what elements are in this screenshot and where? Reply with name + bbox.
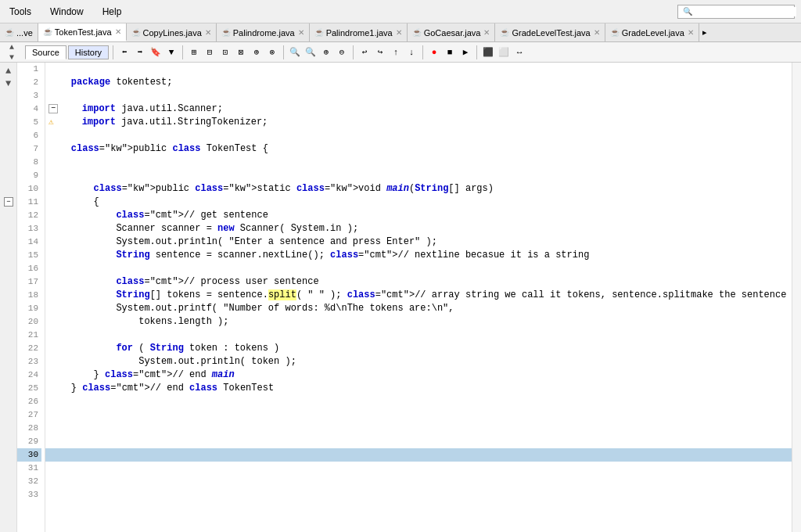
code-line-30 [45,448,792,462]
line-number-6: 6 [17,129,41,142]
toolbar-btn-step[interactable]: ▶ [458,45,472,59]
line-number-2: 2 [17,76,41,89]
toolbar-btn-nav2[interactable]: ↪ [373,45,387,59]
toolbar-btn-format3[interactable]: ↔ [512,45,526,59]
tab-close-icon[interactable]: ✕ [205,28,211,37]
tab-close-icon[interactable]: ✕ [483,28,490,37]
toolbar-btn-5[interactable]: ⊕ [250,45,264,59]
line-number-27: 27 [17,408,41,422]
tab-close-icon[interactable]: ✕ [298,28,304,37]
toolbar-btn-6[interactable]: ⊗ [265,45,279,59]
code-line-22: for ( String token : tokens ) [45,342,792,355]
line-number-31: 31 [17,462,41,475]
tab-close-icon[interactable]: ✕ [594,28,600,37]
line-number-3: 3 [17,89,41,102]
toolbar-btn-mag3[interactable]: ⊕ [319,45,333,59]
toolbar-btn-nav1[interactable]: ↩ [357,45,372,59]
tab-icon: ☕ [500,28,509,37]
source-toolbar: ▲ ▼ Source History ⬅ ➡ 🔖 ▼ ⊞ ⊟ ⊡ ⊠ ⊕ ⊗ 🔍… [0,42,801,63]
code-line-13: Scanner scanner = new Scanner( System.in… [45,222,792,235]
code-line-16 [45,262,792,275]
tab-bar: ☕ ...ve ☕ TokenTest.java ✕ ☕ CopyLines.j… [0,23,801,42]
tab-close-icon[interactable]: ✕ [688,28,694,37]
tab-gradeleveltest[interactable]: ☕ GradeLevelTest.java ✕ [495,23,605,41]
line-number-9: 9 [17,169,41,182]
toolbar-btn-4[interactable]: ⊠ [234,45,248,59]
line-number-10: 10 [17,182,41,196]
code-line-8 [45,156,792,169]
code-line-32 [45,475,792,488]
toolbar-btn-bookmark[interactable]: 🔖 [149,45,163,59]
code-line-21 [45,329,792,342]
toolbar-btn-format2[interactable]: ⬜ [497,45,511,59]
tab-palindrome1[interactable]: ☕ Palindrome1.java ✕ [310,23,408,41]
line-number-32: 32 [17,475,41,488]
toolbar-btn-mag1[interactable]: 🔍 [288,45,302,59]
line-number-4: 4 [17,102,41,116]
menu-window[interactable]: Window [47,5,87,19]
toolbar-btn-nav3[interactable]: ↑ [389,45,403,59]
tab-gradelevel[interactable]: ☕ GradeLevel.java ✕ [605,23,699,41]
line-number-13: 13 [17,222,41,235]
history-tab[interactable]: History [68,45,109,59]
tab-close-icon[interactable]: ✕ [115,27,121,36]
toolbar-btn-stop[interactable]: ■ [443,45,457,59]
line-number-21: 21 [17,329,41,342]
toolbar-btn-back[interactable]: ⬅ [117,45,131,59]
sidebar-up-arrow[interactable]: ▲ [5,66,11,77]
tab-overflow-btn[interactable]: ▸ [699,27,710,38]
code-area[interactable]: package tokentest;− import java.util.Sca… [45,63,792,532]
line-number-29: 29 [17,435,41,448]
tab-label: Palindrome.java [233,28,295,38]
line-number-30: 30 [17,448,41,462]
fold-icon-4[interactable]: − [48,104,58,113]
toolbar-btn-run[interactable]: ● [427,45,441,59]
line-number-33: 33 [17,488,41,501]
tab-tokentest[interactable]: ☕ TokenTest.java ✕ [38,23,127,41]
collapse-up-arrow[interactable]: ▲ [9,43,14,52]
tab-close-icon[interactable]: ✕ [396,28,402,37]
toolbar-btn-mag2[interactable]: 🔍 [304,45,318,59]
tab-copylines[interactable]: ☕ CopyLines.java ✕ [127,23,217,41]
sidebar-down-arrow[interactable]: ▼ [5,78,11,89]
toolbar-btn-nav4[interactable]: ↓ [404,45,418,59]
toolbar-btn-2[interactable]: ⊟ [203,45,217,59]
code-line-33 [45,488,792,501]
line-number-18: 18 [17,289,41,302]
menu-tools[interactable]: Tools [6,5,34,19]
line-number-28: 28 [17,422,41,435]
tab-prev[interactable]: ☕ ...ve [0,23,38,41]
menu-items: Tools Window Help [6,5,124,19]
toolbar-separator-3 [283,45,284,59]
toolbar-btn-3[interactable]: ⊡ [218,45,232,59]
tab-icon: ☕ [314,28,324,37]
line-number-5: 5 [17,116,41,129]
collapse-down-arrow[interactable]: ▼ [9,53,14,62]
tab-palindrome[interactable]: ☕ Palindrome.java ✕ [217,23,310,41]
line-number-14: 14 [17,235,41,249]
source-tab[interactable]: Source [25,45,66,59]
line-number-19: 19 [17,302,41,315]
tab-icon: ☕ [221,28,231,37]
toolbar-btn-1[interactable]: ⊞ [187,45,201,59]
line-number-22: 22 [17,342,41,355]
right-scrollbar[interactable] [792,63,801,532]
code-line-10: class="kw">public class="kw">static clas… [45,182,792,196]
toolbar-btn-options[interactable]: ▼ [164,45,178,59]
line-number-7: 7 [17,142,41,156]
fold-button-11[interactable]: − [4,197,13,207]
code-line-29 [45,435,792,448]
line-number-15: 15 [17,249,41,262]
search-input[interactable] [695,7,796,16]
line-number-11: 11 [17,196,41,209]
menu-help[interactable]: Help [99,5,125,19]
toolbar-btn-mag4[interactable]: ⊖ [335,45,349,59]
tab-gocaesar[interactable]: ☕ GoCaesar.java ✕ [408,23,496,41]
line-number-16: 16 [17,262,41,275]
tab-icon: ☕ [5,28,14,37]
toolbar-separator-1 [113,45,113,59]
toolbar-btn-format1[interactable]: ⬛ [481,45,495,59]
toolbar-separator-6 [476,45,477,59]
toolbar-btn-fwd[interactable]: ➡ [133,45,147,59]
left-sidebar: ▲ ▼ − [0,63,17,532]
